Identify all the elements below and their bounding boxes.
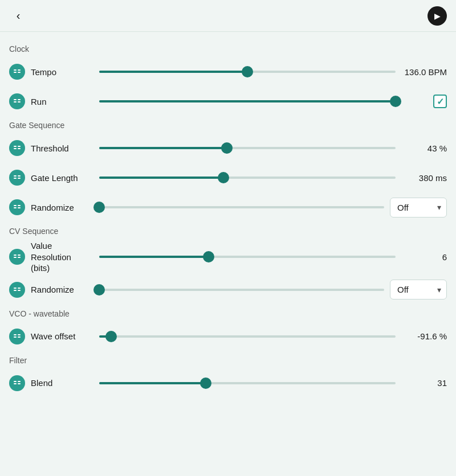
param-name-randomize-cv: Randomize (31, 285, 93, 294)
dropdown-wrapper-randomize-cv: OffLowMediumHigh (390, 280, 447, 299)
svg-rect-11 (18, 148, 21, 149)
row-threshold: Threshold43 % (9, 134, 447, 162)
svg-rect-34 (18, 381, 21, 382)
svg-rect-8 (14, 146, 17, 147)
row-blend: Blend31 (9, 370, 447, 397)
param-icon-blend[interactable] (9, 375, 25, 391)
slider-track-blend (99, 382, 396, 384)
svg-rect-20 (14, 255, 17, 256)
slider-container-blend[interactable] (99, 377, 396, 389)
slider-fill-tempo (99, 71, 247, 73)
row-value-resolution: ValueResolution(bits)6 (9, 240, 447, 274)
param-value-threshold: 43 % (401, 143, 447, 153)
svg-rect-0 (14, 69, 17, 71)
slider-container-tempo[interactable] (99, 66, 396, 77)
slider-fill-threshold (99, 147, 227, 149)
checkbox-container-run: ✓ (401, 95, 447, 108)
row-tempo: Tempo136.0 BPM (9, 58, 447, 85)
slider-track-wave-offset (99, 335, 396, 338)
row-gate-length: Gate Length380 ms (9, 164, 447, 191)
slider-track-run (99, 100, 396, 102)
slider-thumb-gate-length[interactable] (218, 172, 229, 183)
slider-container-wave-offset[interactable] (99, 331, 396, 342)
svg-rect-5 (14, 101, 17, 102)
svg-rect-14 (18, 175, 21, 177)
row-wave-offset: Wave offset-91.6 % (9, 323, 447, 350)
slider-thumb-threshold[interactable] (221, 142, 233, 154)
svg-rect-32 (14, 381, 17, 382)
slider-thumb-value-resolution[interactable] (203, 251, 214, 262)
section-label-vco-wavetable: VCO - wavetable (9, 309, 447, 318)
back-button[interactable]: ‹ (9, 7, 27, 25)
slider-container-randomize-gate[interactable] (99, 202, 384, 213)
svg-rect-7 (18, 101, 21, 102)
slider-container-value-resolution[interactable] (99, 251, 396, 262)
slider-container-run[interactable] (99, 96, 396, 107)
param-icon-threshold[interactable] (9, 140, 25, 156)
slider-container-gate-length[interactable] (99, 172, 396, 183)
svg-rect-13 (14, 178, 17, 179)
section-label-filter: Filter (9, 356, 447, 365)
slider-thumb-blend[interactable] (200, 377, 211, 389)
svg-rect-9 (14, 148, 17, 149)
section-label-cv-sequence: CV Sequence (9, 227, 447, 236)
header: ‹ ▶ (0, 0, 456, 32)
slider-track-randomize-gate (99, 206, 384, 208)
svg-rect-24 (14, 288, 17, 289)
param-value-value-resolution: 6 (401, 252, 447, 262)
svg-rect-3 (18, 72, 21, 73)
svg-rect-22 (18, 255, 21, 256)
slider-fill-run (99, 100, 396, 102)
slider-thumb-tempo[interactable] (242, 66, 253, 77)
svg-rect-1 (14, 72, 17, 73)
svg-rect-4 (14, 99, 17, 100)
section-label-gate-sequence: Gate Sequence (9, 121, 447, 130)
slider-track-tempo (99, 71, 396, 73)
row-run: Run✓ (9, 88, 447, 115)
svg-rect-18 (18, 205, 21, 206)
param-icon-run[interactable] (9, 93, 25, 109)
content: Clock Tempo136.0 BPM Run✓Gate Sequence T… (0, 32, 456, 476)
param-value-wave-offset: -91.6 % (401, 331, 447, 341)
dropdown-wrapper-randomize-gate: OffLowMediumHigh (390, 198, 447, 218)
param-icon-value-resolution[interactable] (9, 249, 25, 265)
slider-thumb-randomize-gate[interactable] (93, 202, 105, 213)
slider-thumb-wave-offset[interactable] (105, 331, 117, 342)
play-button[interactable]: ▶ (427, 6, 447, 26)
param-icon-gate-length[interactable] (9, 170, 25, 186)
checkmark-icon: ✓ (437, 96, 444, 107)
checkbox-run[interactable]: ✓ (433, 95, 447, 108)
dropdown-randomize-cv[interactable]: OffLowMediumHigh (390, 280, 447, 299)
slider-fill-value-resolution (99, 256, 209, 258)
section-label-clock: Clock (9, 44, 447, 54)
svg-rect-26 (18, 288, 21, 289)
param-name-blend: Blend (31, 378, 93, 388)
svg-rect-25 (14, 290, 17, 291)
param-icon-randomize-gate[interactable] (9, 199, 25, 215)
param-name-randomize-gate: Randomize (31, 203, 93, 212)
svg-rect-29 (14, 337, 17, 338)
dropdown-randomize-gate[interactable]: OffLowMediumHigh (390, 198, 447, 218)
svg-rect-35 (18, 383, 21, 384)
param-icon-wave-offset[interactable] (9, 329, 25, 344)
svg-rect-10 (18, 146, 21, 147)
slider-thumb-run[interactable] (390, 96, 401, 107)
slider-container-randomize-cv[interactable] (99, 284, 384, 296)
slider-thumb-randomize-cv[interactable] (93, 284, 105, 296)
slider-track-threshold (99, 147, 396, 149)
param-name-value-resolution: ValueResolution(bits) (31, 240, 93, 274)
svg-rect-16 (14, 205, 17, 206)
slider-fill-gate-length (99, 177, 223, 179)
svg-rect-21 (14, 257, 17, 258)
param-name-run: Run (31, 97, 93, 106)
row-randomize-cv: RandomizeOffLowMediumHigh (9, 276, 447, 303)
svg-rect-33 (14, 383, 17, 384)
param-icon-tempo[interactable] (9, 64, 25, 80)
param-value-blend: 31 (401, 378, 447, 388)
slider-container-threshold[interactable] (99, 142, 396, 154)
svg-rect-23 (18, 257, 21, 258)
param-value-tempo: 136.0 BPM (401, 67, 447, 77)
param-name-gate-length: Gate Length (31, 173, 93, 183)
svg-rect-28 (14, 334, 17, 335)
param-icon-randomize-cv[interactable] (9, 282, 25, 298)
